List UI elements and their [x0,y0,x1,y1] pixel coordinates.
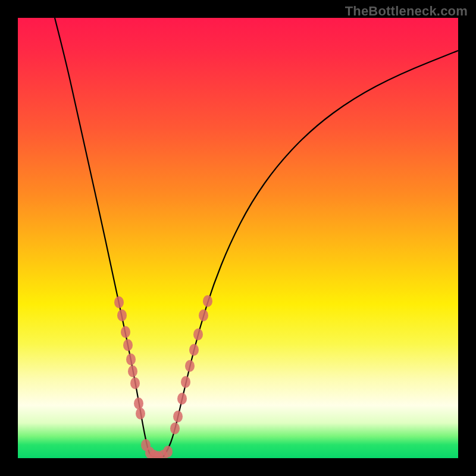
valley-dots [141,439,173,458]
scatter-dot [128,365,137,377]
scatter-dot [134,397,143,409]
scatter-dot [163,446,173,458]
scatter-dot [117,309,127,321]
left-curve [55,18,152,456]
scatter-dot [114,296,124,308]
left-dots [114,296,145,419]
right-dots [170,295,212,434]
watermark-text: TheBottleneck.com [345,4,468,19]
scatter-dot [193,328,203,340]
scatter-dot [136,408,145,419]
scatter-dot [199,309,208,321]
scatter-dot [126,353,136,365]
scatter-dot [177,393,187,405]
chart-frame: TheBottleneck.com [0,0,476,476]
right-curve [164,51,458,456]
scatter-dot [170,422,180,434]
scatter-dot [173,411,183,422]
scatter-dot [203,295,212,307]
scatter-dot [123,339,133,351]
plot-area [18,18,458,458]
scatter-dot [121,326,130,338]
scatter-dot [130,377,140,389]
scatter-dot [185,360,195,372]
scatter-dot [189,344,199,356]
scatter-dot [181,376,190,388]
curve-layer [18,18,458,458]
